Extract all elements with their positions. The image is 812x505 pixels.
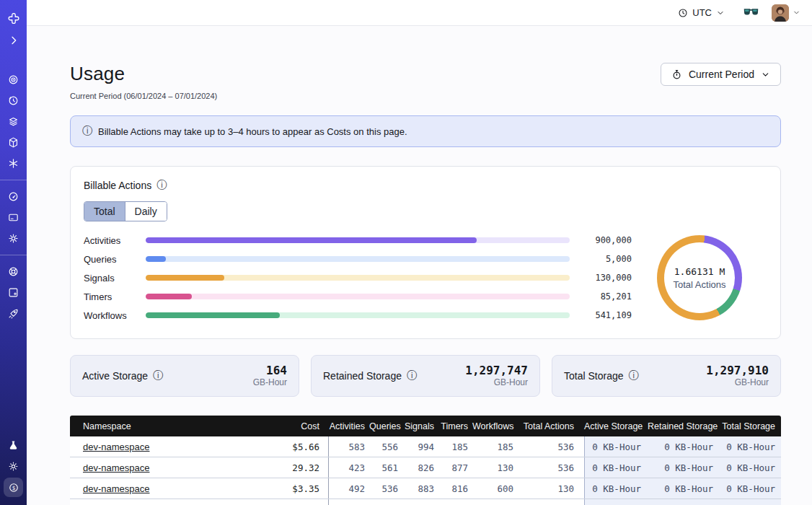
table-cell: 423: [328, 457, 369, 478]
donut-total-label: Total Actions: [674, 279, 726, 290]
column-header-timers: Timers: [438, 421, 472, 431]
page-subtitle: Current Period (06/01/2024 – 07/01/2024): [70, 92, 217, 100]
bar-label: Signals: [84, 273, 134, 284]
temporal-logo-icon[interactable]: [4, 9, 23, 29]
table-cell: 0 KB-Hour: [648, 457, 720, 478]
table-cell: 583: [328, 436, 369, 457]
bar-label: Queries: [84, 254, 134, 265]
billing-card-icon[interactable]: [4, 208, 23, 227]
bar-fill: [146, 237, 477, 243]
namespace-link[interactable]: dev-namespace: [83, 462, 150, 473]
bar-track: [146, 256, 570, 262]
info-icon[interactable]: ⓘ: [629, 369, 639, 382]
theme-sun-icon[interactable]: [4, 457, 23, 476]
usage-gauge-icon[interactable]: [4, 187, 23, 206]
table-cell: 556: [369, 436, 402, 457]
support-lifebuoy-icon[interactable]: [4, 262, 23, 281]
user-menu[interactable]: [772, 4, 800, 22]
column-header-retained-storage: Retained Storage: [648, 421, 720, 431]
column-header-signals: Signals: [402, 421, 438, 431]
page-title: Usage: [70, 63, 217, 85]
deployments-icon[interactable]: [4, 112, 23, 131]
stat-unit: GB-Hour: [465, 377, 528, 387]
stat-label: Retained Storage: [323, 370, 402, 382]
feedback-glasses-icon[interactable]: [743, 7, 759, 18]
bar-label: Activities: [84, 235, 134, 246]
billable-actions-title: Billable Actions: [84, 180, 151, 191]
table-cell: [518, 499, 584, 505]
table-cell: [472, 499, 518, 505]
bar-track: [146, 294, 570, 299]
bar-fill: [146, 312, 280, 318]
sidebar: $: [0, 0, 27, 505]
total-storage-card: Total Storageⓘ 1,297,910GB-Hour: [552, 355, 781, 397]
table-cell: 0 KB-Hour: [584, 457, 648, 478]
namespace-link[interactable]: dev-namespace: [83, 442, 150, 452]
period-selector-label: Current Period: [689, 69, 754, 80]
stopwatch-icon: [671, 69, 682, 80]
stat-label: Active Storage: [82, 370, 148, 382]
info-icon[interactable]: ⓘ: [407, 369, 417, 382]
column-header-active-storage: Active Storage: [584, 421, 648, 431]
table-cell: [274, 499, 328, 505]
table-cell: 0 KB-Hour: [584, 478, 648, 499]
table-header: NamespaceCostActivitiesQueriesSignalsTim…: [70, 416, 781, 436]
nexus-asterisk-icon[interactable]: [4, 154, 23, 173]
sidebar-divider: [0, 56, 27, 63]
info-icon[interactable]: ⓘ: [153, 369, 163, 382]
avatar: [772, 4, 789, 22]
table-cell: 826: [402, 457, 438, 478]
column-header-total-storage: Total Storage: [720, 421, 781, 431]
namespace-link[interactable]: dev-namespace: [83, 483, 150, 494]
table-cell: 883: [402, 478, 438, 499]
table-cell: [402, 499, 438, 505]
clock-icon: [678, 8, 688, 18]
sidebar-divider: [0, 255, 27, 255]
stat-unit: GB-Hour: [253, 377, 287, 387]
bar-value: 5,000: [580, 254, 632, 264]
table-cell: 0 KB-Hour: [648, 478, 720, 499]
bar-value: 85,201: [580, 291, 632, 302]
topbar: UTC: [27, 0, 812, 26]
table-cell: [648, 499, 720, 505]
table-cell: dev-namespace: [70, 436, 274, 457]
table-cell: 29.32: [274, 457, 328, 478]
bar-row-timers: Timers85,201: [84, 287, 632, 306]
info-icon[interactable]: ⓘ: [156, 179, 167, 192]
tab-daily[interactable]: Daily: [125, 202, 167, 221]
table-cell: 185: [438, 436, 472, 457]
table-cell: [584, 499, 648, 505]
sidebar-collapse-icon[interactable]: [4, 30, 23, 50]
docs-icon[interactable]: [4, 283, 23, 302]
table-cell: 0 KB-Hour: [720, 478, 781, 499]
labs-flask-icon[interactable]: [4, 436, 23, 455]
bar-value: 130,000: [580, 273, 632, 283]
getting-started-rocket-icon[interactable]: [4, 304, 23, 323]
table-cell: 536: [518, 457, 584, 478]
table-cell: [70, 499, 274, 505]
bar-row-queries: Queries5,000: [84, 250, 632, 268]
settings-gear-icon[interactable]: [4, 229, 23, 248]
period-selector-button[interactable]: Current Period: [661, 63, 781, 86]
sidebar-divider: [0, 180, 27, 180]
table-cell: 185: [472, 436, 518, 457]
namespace-usage-table: NamespaceCostActivitiesQueriesSignalsTim…: [70, 416, 781, 505]
tab-total[interactable]: Total: [84, 202, 125, 221]
table-row-partial: [70, 499, 781, 505]
svg-text:$: $: [12, 484, 15, 491]
actions-bar-chart: Activities900,000Queries5,000Signals130,…: [84, 231, 632, 325]
bar-fill: [146, 256, 166, 262]
workflows-cube-icon[interactable]: [4, 133, 23, 152]
timezone-label: UTC: [692, 7, 712, 18]
column-header-total-actions: Total Actions: [518, 421, 584, 431]
stat-value: 164: [253, 364, 287, 377]
table-cell: 561: [369, 457, 402, 478]
column-header-cost: Cost: [274, 421, 328, 431]
namespaces-icon[interactable]: [4, 70, 23, 89]
schedules-icon[interactable]: [4, 91, 23, 110]
usage-billing-dollar-icon[interactable]: $: [4, 478, 23, 497]
bar-row-activities: Activities900,000: [84, 231, 632, 250]
table-cell: 0 KB-Hour: [720, 457, 781, 478]
timezone-selector[interactable]: UTC: [678, 7, 725, 18]
bar-value: 541,109: [580, 310, 632, 320]
